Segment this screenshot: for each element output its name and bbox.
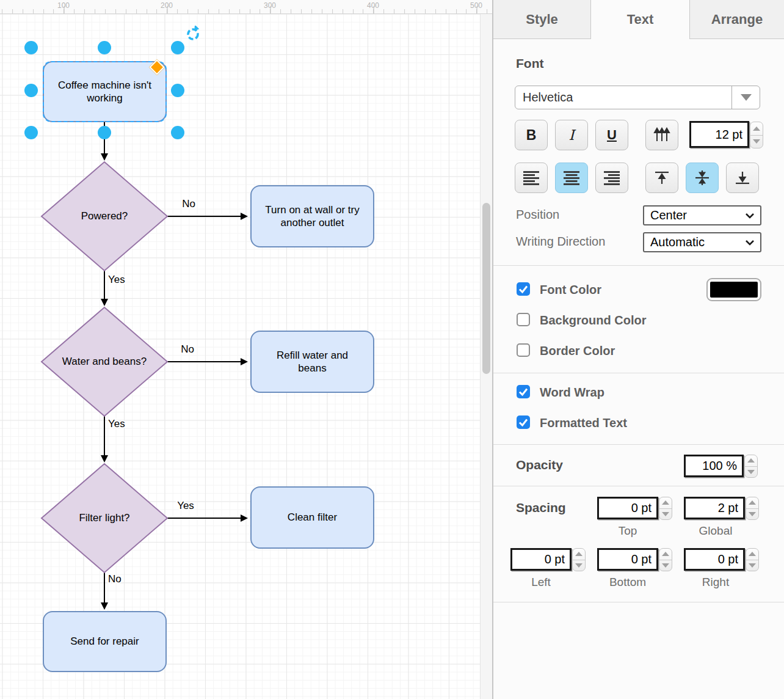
- node-turn-on-at-wall[interactable]: Turn on at wall or try another outlet: [250, 185, 374, 247]
- edge-label-no[interactable]: No: [181, 343, 194, 355]
- format-panel: Style Text Arrange Font Helvetica B I U: [492, 0, 784, 699]
- stepper-up-icon[interactable]: [746, 549, 758, 560]
- scrollbar-thumb[interactable]: [482, 203, 490, 374]
- font-size-input[interactable]: [689, 121, 749, 148]
- spacing-top-input[interactable]: [597, 497, 658, 519]
- word-wrap-label: Word Wrap: [540, 386, 604, 400]
- align-left-button[interactable]: [515, 163, 548, 193]
- opacity-stepper[interactable]: [744, 455, 758, 478]
- edge-label-yes[interactable]: Yes: [108, 274, 125, 285]
- valign-top-icon: [654, 170, 670, 186]
- stepper-up-icon[interactable]: [659, 497, 672, 508]
- stepper-down-icon[interactable]: [746, 508, 758, 520]
- node-label: Send for repair: [56, 635, 154, 648]
- opacity-input[interactable]: [684, 455, 744, 477]
- position-value: Center: [644, 208, 739, 222]
- resize-handle-nw[interactable]: [24, 41, 38, 54]
- font-color-checkbox[interactable]: [517, 282, 530, 296]
- stepper-up-icon[interactable]: [573, 549, 585, 560]
- node-send-for-repair[interactable]: Send for repair: [43, 611, 167, 672]
- tab-arrange[interactable]: Arrange: [689, 0, 784, 39]
- bold-button[interactable]: B: [515, 120, 548, 150]
- resize-handle-sw[interactable]: [24, 126, 38, 139]
- dropdown-arrow-button[interactable]: [731, 86, 760, 109]
- spacing-top-stepper[interactable]: [659, 497, 672, 520]
- spacing-right-label: Right: [702, 576, 729, 589]
- font-color-swatch[interactable]: [706, 278, 761, 301]
- node-refill-water-beans[interactable]: Refill water and beans: [250, 331, 374, 393]
- horizontal-ruler: 100 200 300 400 500: [0, 0, 492, 14]
- tab-style[interactable]: Style: [493, 0, 591, 39]
- rotate-handle-icon[interactable]: [185, 26, 201, 42]
- font-family-dropdown[interactable]: Helvetica: [515, 86, 760, 109]
- edge-label-yes[interactable]: Yes: [177, 500, 194, 511]
- spacing-global-label: Global: [699, 524, 733, 538]
- edge-label-yes[interactable]: Yes: [108, 418, 125, 430]
- italic-button[interactable]: I: [555, 120, 588, 150]
- vertical-text-button[interactable]: [645, 120, 678, 150]
- writing-direction-select[interactable]: Automatic: [643, 232, 761, 252]
- border-color-checkbox[interactable]: [517, 343, 530, 357]
- vertical-scrollbar[interactable]: [480, 14, 492, 699]
- background-color-checkbox[interactable]: [517, 313, 530, 326]
- ruler-mark: 100: [57, 1, 70, 10]
- underline-icon: U: [607, 127, 617, 143]
- ruler-mark: 200: [161, 1, 173, 10]
- stepper-down-icon[interactable]: [573, 560, 585, 571]
- stepper-up-icon[interactable]: [750, 122, 763, 135]
- spacing-left-input[interactable]: [510, 548, 572, 571]
- border-color-label: Border Color: [540, 344, 615, 358]
- decision-filter-light-label: Filter light?: [43, 512, 165, 524]
- spacing-global-stepper[interactable]: [746, 497, 759, 520]
- stepper-down-icon[interactable]: [659, 508, 672, 520]
- valign-middle-button[interactable]: [686, 163, 719, 193]
- resize-handle-ne[interactable]: [171, 41, 184, 54]
- font-family-value: Helvetica: [515, 90, 731, 104]
- selection-outline: [43, 61, 167, 122]
- node-label: Clean filter: [264, 511, 361, 524]
- valign-bottom-icon: [735, 170, 750, 186]
- valign-bottom-button[interactable]: [726, 163, 759, 193]
- background-color-label: Background Color: [540, 313, 646, 328]
- diagram-canvas[interactable]: No Yes No Yes Yes No Coffee machine isn'…: [0, 14, 492, 699]
- check-icon: [517, 283, 529, 295]
- font-size-stepper[interactable]: [750, 122, 763, 148]
- spacing-bottom-input[interactable]: [597, 548, 658, 571]
- spacing-bottom-stepper[interactable]: [659, 548, 672, 571]
- ruler-mark: 300: [264, 1, 276, 10]
- spacing-right-stepper[interactable]: [746, 548, 759, 571]
- spacing-left-stepper[interactable]: [572, 548, 586, 571]
- formatted-text-checkbox[interactable]: [517, 415, 530, 429]
- position-select[interactable]: Center: [643, 205, 761, 225]
- check-icon: [517, 416, 529, 428]
- resize-handle-s[interactable]: [98, 126, 111, 139]
- align-center-button[interactable]: [555, 163, 588, 193]
- resize-handle-e[interactable]: [171, 84, 184, 97]
- edge-label-no[interactable]: No: [108, 573, 122, 585]
- align-right-button[interactable]: [595, 163, 628, 193]
- stepper-down-icon[interactable]: [659, 560, 672, 571]
- italic-icon: I: [568, 127, 574, 143]
- resize-handle-n[interactable]: [98, 41, 111, 54]
- stepper-up-icon[interactable]: [745, 455, 757, 466]
- stepper-up-icon[interactable]: [659, 549, 672, 560]
- node-clean-filter[interactable]: Clean filter: [250, 486, 374, 549]
- drawio-app: 100 200 300 400 500 No Ye: [0, 0, 784, 699]
- stepper-down-icon[interactable]: [746, 560, 758, 571]
- stepper-down-icon[interactable]: [750, 135, 763, 148]
- word-wrap-checkbox[interactable]: [517, 385, 530, 398]
- tab-text[interactable]: Text: [591, 0, 689, 39]
- decision-water-beans-label: Water and beans?: [43, 356, 165, 368]
- resize-handle-se[interactable]: [171, 126, 184, 139]
- valign-middle-icon: [694, 170, 710, 186]
- spacing-right-input[interactable]: [684, 548, 745, 571]
- resize-handle-w[interactable]: [24, 84, 38, 97]
- edge-label-no[interactable]: No: [182, 198, 195, 210]
- spacing-top-label: Top: [619, 524, 637, 538]
- stepper-up-icon[interactable]: [746, 497, 758, 508]
- underline-button[interactable]: U: [595, 120, 628, 150]
- spacing-global-input[interactable]: [684, 497, 745, 519]
- stepper-down-icon[interactable]: [745, 466, 757, 478]
- valign-top-button[interactable]: [645, 163, 678, 193]
- align-center-icon: [562, 170, 581, 186]
